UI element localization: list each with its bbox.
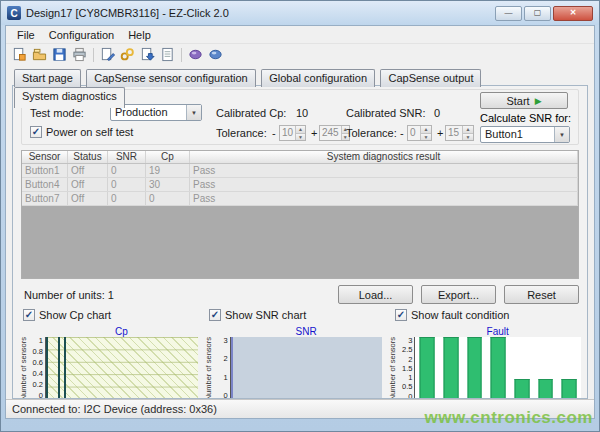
menu-configuration[interactable]: Configuration <box>42 28 121 42</box>
cp-tolerance-high-value: 245 <box>320 126 341 140</box>
charts-row: Cp Number of sensors 10.80.60.40.20 0501… <box>13 325 587 399</box>
fault-chart-yticks: 32.521.510.50 <box>397 337 414 399</box>
checkbox-check-icon[interactable]: ✓ <box>395 309 407 321</box>
spin-down-icon[interactable]: ▼ <box>463 134 473 141</box>
power-on-self-test-label: Power on self test <box>46 126 133 138</box>
snr-chart-plot <box>230 337 383 399</box>
tab-global-configuration[interactable]: Global configuration <box>261 69 375 87</box>
window-title: Design17 [CY8CMBR3116] - EZ-Click 2.0 <box>26 7 229 19</box>
cell-sensor: Button4 <box>22 178 68 191</box>
y-tick-label: 0 <box>224 392 228 399</box>
toolbar-separator <box>181 48 182 62</box>
cell-cp: 19 <box>146 164 190 177</box>
snr-tolerance-low-value: 0 <box>408 126 420 140</box>
table-row[interactable]: Button7 Off 0 0 Pass <box>22 192 578 206</box>
cp-tolerance-plus: + <box>311 127 317 139</box>
open-project-icon[interactable] <box>31 46 48 63</box>
y-tick-label: 0 <box>39 392 43 399</box>
cp-tolerance-low-spinner[interactable]: 10 ▲▼ <box>279 125 306 141</box>
number-of-units-label: Number of units: 1 <box>24 289 114 301</box>
cell-result: Pass <box>190 192 578 205</box>
connect-device-icon[interactable] <box>119 46 136 63</box>
snr-tolerance-low-spinner[interactable]: 0 ▲▼ <box>407 125 432 141</box>
table-row[interactable]: Button1 Off 0 19 Pass <box>22 164 578 178</box>
tab-system-diagnostics[interactable]: System diagnostics <box>14 87 125 108</box>
save-icon[interactable] <box>51 46 68 63</box>
spin-down-icon[interactable]: ▼ <box>421 134 431 141</box>
menu-help[interactable]: Help <box>121 28 158 42</box>
cell-status: Off <box>68 164 108 177</box>
app-icon[interactable]: C <box>7 6 21 20</box>
snr-chart: SNR Number of sensors 3210 02468101214 S… <box>204 326 383 399</box>
snr-tolerance-high-spinner[interactable]: 15 ▲▼ <box>445 125 474 141</box>
y-tick-label: 0.8 <box>33 348 43 356</box>
chart-bar <box>64 337 66 399</box>
calibrated-snr-value: 0 <box>434 107 440 119</box>
table-row[interactable]: Button4 Off 0 30 Pass <box>22 178 578 192</box>
chart-bar <box>46 337 48 399</box>
y-tick-label: 1 <box>224 374 228 382</box>
show-snr-chart-checkbox[interactable]: ✓ Show SNR chart <box>209 309 306 321</box>
spin-up-icon[interactable]: ▲ <box>463 126 473 134</box>
cell-cp: 0 <box>146 192 190 205</box>
chart-bar <box>58 337 60 399</box>
show-cp-chart-checkbox[interactable]: ✓ Show Cp chart <box>23 309 111 321</box>
tab-capsense-output[interactable]: CapSense output <box>380 69 481 87</box>
print-icon[interactable] <box>71 46 88 63</box>
close-button[interactable]: ✕ <box>553 6 593 21</box>
program-device-icon[interactable] <box>139 46 156 63</box>
y-tick-label: 1.5 <box>402 365 412 373</box>
load-button[interactable]: Load... <box>338 285 413 304</box>
checkbox-check-icon[interactable]: ✓ <box>30 126 42 138</box>
tab-capsense-sensor-configuration[interactable]: CapSense sensor configuration <box>86 69 255 87</box>
y-tick-label: 2.5 <box>402 346 412 354</box>
help-icon[interactable] <box>207 46 224 63</box>
chevron-down-icon[interactable]: ▼ <box>186 105 201 120</box>
toolbar-separator <box>93 48 94 62</box>
y-tick-label: 2 <box>408 356 412 364</box>
chart-bar <box>420 337 435 399</box>
reset-button[interactable]: Reset <box>504 285 579 304</box>
show-fault-condition-checkbox[interactable]: ✓ Show fault condition <box>395 309 509 321</box>
cell-result: Pass <box>190 178 578 191</box>
new-project-icon[interactable] <box>11 46 28 63</box>
chevron-down-icon[interactable]: ▼ <box>554 127 569 142</box>
power-on-self-test-checkbox[interactable]: ✓ Power on self test <box>30 126 133 138</box>
y-tick-label: 1 <box>408 374 412 382</box>
chart-bar <box>491 337 506 399</box>
chart-bar <box>514 379 529 399</box>
cell-result: Pass <box>190 164 578 177</box>
calculate-snr-for-dropdown[interactable]: Button1 ▼ <box>480 126 570 143</box>
cp-chart-yticks: 10.80.60.40.20 <box>28 337 45 399</box>
y-tick-label: 0.6 <box>33 359 43 367</box>
snr-chart-title: SNR <box>230 326 383 337</box>
calculate-snr-for-label: Calculate SNR for: <box>480 112 572 124</box>
snr-chart-ylabel: Number of sensors <box>204 337 213 399</box>
chart-bar <box>562 379 577 399</box>
about-icon[interactable] <box>187 46 204 63</box>
checkbox-check-icon[interactable]: ✓ <box>209 309 221 321</box>
maximize-button[interactable]: ▢ <box>524 6 551 21</box>
spin-up-icon[interactable]: ▲ <box>421 126 431 134</box>
export-button[interactable]: Export... <box>421 285 496 304</box>
save-as-icon[interactable] <box>99 46 116 63</box>
spin-down-icon[interactable]: ▼ <box>296 134 305 141</box>
tab-start-page[interactable]: Start page <box>14 69 81 87</box>
cp-chart-plot <box>45 337 198 399</box>
fault-chart-plot <box>414 337 581 399</box>
watermark: www.cntronics.com <box>425 408 593 428</box>
menu-file[interactable]: File <box>10 28 42 42</box>
generate-report-icon[interactable] <box>159 46 176 63</box>
checkbox-check-icon[interactable]: ✓ <box>23 309 35 321</box>
start-button[interactable]: Start ▶ <box>480 92 568 109</box>
window-controls: — ▢ ✕ <box>493 6 593 21</box>
system-diagnostics-panel: Test configuration: Test mode: Productio… <box>12 85 588 399</box>
cell-sensor: Button1 <box>22 164 68 177</box>
minimize-button[interactable]: — <box>495 6 522 21</box>
units-row: Number of units: 1 Load... Export... Res… <box>21 285 579 304</box>
spin-up-icon[interactable]: ▲ <box>296 126 305 134</box>
cp-tolerance-low-value: 10 <box>280 126 295 140</box>
cp-tolerance-label: Tolerance: <box>216 127 267 139</box>
calibrated-cp-label: Calibrated Cp: <box>216 107 286 119</box>
play-icon: ▶ <box>535 96 542 106</box>
